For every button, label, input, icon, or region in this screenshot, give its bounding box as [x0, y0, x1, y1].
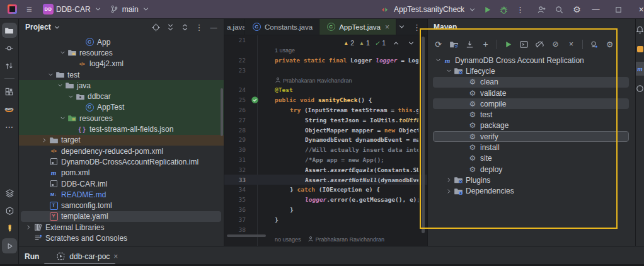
more-run-options-button[interactable]: ⋮	[514, 4, 526, 16]
tree-item-compile[interactable]: ⚙compile	[428, 98, 635, 109]
tree-item-deploy[interactable]: ⚙deploy	[428, 164, 635, 175]
tree-item-apptest[interactable]: CAppTest	[19, 102, 224, 113]
project-scrollbar[interactable]	[221, 88, 223, 136]
tool-stripe-services-button[interactable]	[2, 203, 17, 218]
chevron-down-icon[interactable]	[59, 49, 67, 57]
chevron-down-icon[interactable]	[59, 114, 67, 122]
author-hint[interactable]: Prabhakaran Ravichandran	[308, 236, 385, 243]
tree-item-java[interactable]: java	[19, 80, 224, 91]
tool-stripe-vcs-button[interactable]	[2, 58, 17, 73]
tab-options-icon[interactable]: ⋮	[413, 21, 421, 33]
tool-stripe-aws-button[interactable]: aws	[2, 101, 17, 117]
tool-stripe-maven-tool-button[interactable]: m	[635, 62, 644, 76]
chevron-right-icon[interactable]	[40, 136, 49, 144]
close-icon[interactable]: ×	[385, 23, 389, 32]
close-icon[interactable]: ×	[113, 252, 118, 261]
chevron-down-icon[interactable]	[67, 93, 75, 101]
code-editor[interactable]: ▲2 ▲1 ✓1 211 usage22private static final…	[224, 35, 427, 246]
tree-item-dependencies[interactable]: Dependencies	[428, 186, 635, 197]
tree-item-dependency-reduced-pom-xml[interactable]: </>dependency-reduced-pom.xml	[19, 146, 224, 156]
tree-item-verify[interactable]: ⚙verify	[428, 131, 635, 142]
tool-stripe-notifications-button[interactable]	[635, 23, 644, 37]
chevron-right-icon[interactable]	[445, 187, 453, 195]
tree-item-package[interactable]: ⚙package	[428, 120, 635, 131]
tree-item-site[interactable]: ⚙site	[428, 153, 635, 164]
editor-tab-apptest-java[interactable]: CAppTest.java×	[319, 19, 396, 35]
chevron-right-icon[interactable]	[25, 223, 33, 231]
editor-tab-a-java[interactable]: a.java	[224, 19, 245, 35]
usage-hint[interactable]: no usages	[275, 236, 301, 243]
tree-item-test[interactable]: test	[19, 69, 224, 80]
project-panel-title[interactable]: Project	[25, 23, 51, 32]
window-close-button[interactable]: ×	[635, 4, 644, 16]
reload-project-button[interactable]	[447, 37, 461, 51]
hide-button[interactable]: —	[207, 21, 220, 33]
tree-item-template-yaml[interactable]: Ytemplate.yaml	[19, 211, 224, 222]
tool-stripe-aws-q-button[interactable]	[635, 42, 644, 56]
tree-item-external-libraries[interactable]: External Libraries	[19, 222, 224, 233]
close-x-button[interactable]: ×	[564, 37, 578, 51]
editor-vertical-scrollbar[interactable]	[422, 37, 425, 233]
run-button[interactable]	[481, 4, 493, 16]
tool-stripe-run-window-button[interactable]	[2, 238, 17, 253]
download-sources-button[interactable]	[463, 37, 477, 51]
main-menu-button[interactable]: ≡	[23, 3, 35, 15]
locate-button[interactable]	[149, 21, 162, 33]
tree-item-install[interactable]: ⚙install	[428, 142, 635, 153]
chevron-down-icon[interactable]	[56, 81, 64, 90]
code-with-me-button[interactable]	[536, 4, 548, 16]
execute-goal-button[interactable]	[517, 37, 531, 51]
window-minimize-button[interactable]: —	[590, 4, 602, 16]
add-button[interactable]: +	[478, 37, 493, 51]
tool-stripe-project-button[interactable]	[2, 23, 17, 38]
tree-item-dynamodb-cross-account-replication[interactable]: mDynamoDB Cross Account Replication	[428, 55, 635, 66]
tool-stripe-commit-button[interactable]	[2, 40, 17, 55]
tree-item-samconfig-toml[interactable]: Tsamconfig.toml	[19, 200, 224, 211]
hidden-tabs-icon[interactable]	[396, 22, 406, 32]
skip-tests-button[interactable]: ⊘	[548, 37, 563, 51]
expand-all-button[interactable]	[164, 21, 176, 33]
tree-item-validate[interactable]: ⚙validate	[428, 88, 635, 98]
dependency-analyzer-button[interactable]	[587, 37, 601, 51]
inspection-widget[interactable]: ▲2 ▲1 ✓1	[343, 38, 416, 48]
tree-item-log4j2-xml[interactable]: </>log4j2.xml	[19, 59, 224, 69]
settings-button[interactable]: ⚙	[571, 4, 583, 16]
tree-item-test-stream-all-fields-json[interactable]: { }test-stream-all-fields.json	[19, 124, 224, 134]
tree-item-test[interactable]: ⚙test	[428, 109, 635, 120]
refresh-button[interactable]: ⟳	[431, 37, 446, 51]
chevron-down-icon[interactable]	[47, 71, 55, 79]
tree-item-resources[interactable]: resources	[19, 47, 224, 58]
tree-item-readme-md[interactable]: M↓README.md	[19, 189, 224, 200]
project-widget[interactable]: DD DDB-CAR	[43, 4, 103, 14]
tool-stripe-modules-button[interactable]	[2, 84, 17, 99]
usage-hint[interactable]: 1 usage	[275, 47, 295, 54]
chevron-right-icon[interactable]	[445, 176, 453, 184]
tool-stripe-gradle-button[interactable]	[635, 81, 644, 95]
tree-item-ddbcar[interactable]: ddbcar	[19, 91, 224, 101]
more-v-button[interactable]: ⋮	[193, 21, 205, 33]
chevron-down-icon[interactable]	[52, 22, 62, 32]
editor-horizontal-scrollbar[interactable]	[227, 234, 266, 237]
tree-item-dynamodb-crossaccountreplication-iml[interactable]: DynamoDB-CrossAccountReplication.iml	[19, 156, 224, 167]
collapse-all-button[interactable]	[178, 21, 191, 33]
tree-item-ddb-car-iml[interactable]: DDB-CAR.iml	[19, 178, 224, 189]
tree-item-pom-xml[interactable]: mpom.xml	[19, 168, 224, 178]
chevron-down-icon[interactable]	[445, 67, 453, 75]
chevron-down-icon[interactable]	[434, 56, 442, 64]
offline-mode-button[interactable]	[532, 37, 547, 51]
tool-stripe-layers-button[interactable]	[2, 185, 17, 200]
run-tab[interactable]: ddb-car-poc ×	[55, 252, 118, 262]
tree-item-target[interactable]: target	[19, 135, 224, 146]
tree-item-resources[interactable]: resources	[19, 113, 224, 124]
editor-tab-constants-java[interactable]: CConstants.java	[245, 19, 319, 35]
debug-button[interactable]	[498, 4, 510, 16]
branch-widget[interactable]: main	[110, 4, 151, 14]
window-maximize-button[interactable]	[612, 4, 624, 16]
tree-item-lifecycle[interactable]: Lifecycle	[428, 66, 635, 76]
prev-problem-icon[interactable]	[391, 38, 401, 48]
test-run-icon[interactable]	[250, 95, 260, 105]
tool-stripe-pencil-button[interactable]	[2, 221, 17, 236]
next-problem-icon[interactable]	[406, 38, 416, 48]
tree-item-app[interactable]: CApp	[19, 37, 224, 47]
run-configuration-selector[interactable]: AppTest.sanityCheck	[394, 4, 477, 14]
